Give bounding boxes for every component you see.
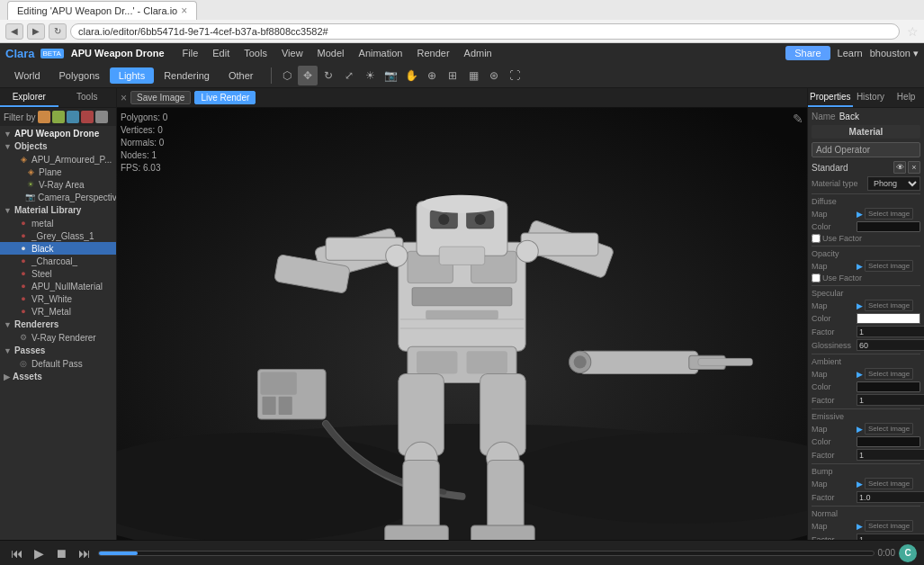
play-btn[interactable]: ▶ xyxy=(31,544,48,562)
specular-color-swatch[interactable] xyxy=(857,313,920,324)
tab-properties[interactable]: Properties xyxy=(808,88,853,107)
scale-tool-btn[interactable]: ⤢ xyxy=(339,66,359,85)
tree-item-charcoal[interactable]: ● _Charcoal_ xyxy=(0,255,116,267)
opacity-map-arrow[interactable]: ▶ xyxy=(857,262,863,271)
tree-section-objects[interactable]: ▼ Objects xyxy=(0,139,116,153)
tree-item-apu[interactable]: ◈ APU_Armoured_P... xyxy=(0,153,116,166)
light-tool-btn[interactable]: ☀ xyxy=(360,66,380,85)
bookmark-icon[interactable]: ☆ xyxy=(907,24,919,39)
emissive-factor-input[interactable] xyxy=(857,449,924,461)
tree-section-materials[interactable]: ▼ Material Library xyxy=(0,203,116,217)
tree-item-camera[interactable]: 📷 Camera_Perspectiv... xyxy=(0,191,116,203)
tab-tools[interactable]: Tools xyxy=(58,88,117,107)
normal-map-arrow[interactable]: ▶ xyxy=(857,522,863,531)
material-close-btn[interactable]: × xyxy=(908,161,920,174)
menu-tools[interactable]: Tools xyxy=(237,46,274,60)
specular-map-arrow[interactable]: ▶ xyxy=(857,301,863,310)
tree-item-plane[interactable]: ◈ Plane xyxy=(0,166,116,178)
tree-item-metal[interactable]: ● metal xyxy=(0,217,116,229)
live-render-btn[interactable]: Live Render xyxy=(194,91,256,104)
use-factor-checkbox[interactable] xyxy=(812,234,821,243)
specular-select-image-btn[interactable]: Select image xyxy=(865,300,913,311)
filter-mesh-icon[interactable] xyxy=(38,111,50,123)
axis-tool-btn[interactable]: ⊛ xyxy=(484,66,504,85)
tree-item-vr-metal[interactable]: ● VR_Metal xyxy=(0,305,116,318)
menu-edit[interactable]: Edit xyxy=(205,46,237,60)
opacity-use-factor-checkbox[interactable] xyxy=(812,274,821,282)
forward-btn[interactable]: ⏭ xyxy=(75,544,94,562)
browser-tab[interactable]: Editing 'APU Weapon Dr...' - Clara.io × xyxy=(7,1,197,20)
share-button[interactable]: Share xyxy=(785,46,830,60)
filter-mat-icon[interactable] xyxy=(81,111,94,123)
ambient-select-image-btn[interactable]: Select image xyxy=(865,368,913,380)
snap-tool-btn[interactable]: ⊞ xyxy=(443,66,462,85)
diffuse-map-arrow[interactable]: ▶ xyxy=(857,210,863,219)
diffuse-color-swatch[interactable] xyxy=(857,221,920,232)
tree-item-apu-null[interactable]: ● APU_NullMaterial xyxy=(0,280,116,292)
menu-animation[interactable]: Animation xyxy=(352,46,410,60)
opacity-select-image-btn[interactable]: Select image xyxy=(865,260,913,272)
filter-light-icon[interactable] xyxy=(52,111,65,123)
bump-select-image-btn[interactable]: Select image xyxy=(865,478,913,489)
tree-item-vray-area[interactable]: ☀ V-Ray Area xyxy=(0,178,116,191)
tree-section-renderers[interactable]: ▼ Renderers xyxy=(0,318,116,331)
rotate-tool-btn[interactable]: ↻ xyxy=(318,66,338,85)
move-tool-btn[interactable]: ✥ xyxy=(298,66,318,85)
material-eye-btn[interactable]: 👁 xyxy=(893,161,906,174)
menu-render[interactable]: Render xyxy=(409,46,456,60)
viewport-close-btn[interactable]: × xyxy=(121,92,127,104)
menu-file[interactable]: File xyxy=(175,46,206,60)
tab-close-btn[interactable]: × xyxy=(181,4,187,17)
filter-other-icon[interactable] xyxy=(95,111,108,123)
viewport-edit-btn[interactable]: ✎ xyxy=(793,112,803,126)
tree-item-default-pass[interactable]: ◎ Default Pass xyxy=(0,357,116,370)
timeline[interactable] xyxy=(98,551,875,556)
normal-select-image-btn[interactable]: Select image xyxy=(865,520,913,532)
tree-root[interactable]: ▼ APU Weapon Drone xyxy=(0,128,116,139)
tab-help[interactable]: Help xyxy=(888,88,924,107)
tab-explorer[interactable]: Explorer xyxy=(0,88,58,107)
back-btn[interactable]: ◀ xyxy=(5,23,23,40)
select-tool-btn[interactable]: ⬡ xyxy=(277,66,297,85)
camera-tool-btn[interactable]: 📷 xyxy=(381,66,400,85)
hand-tool-btn[interactable]: ✋ xyxy=(401,66,421,85)
tab-other[interactable]: Other xyxy=(220,67,263,84)
tree-section-passes[interactable]: ▼ Passes xyxy=(0,344,116,357)
tab-polygons[interactable]: Polygons xyxy=(50,67,109,84)
emissive-map-arrow[interactable]: ▶ xyxy=(857,425,863,434)
user-menu[interactable]: bhouston ▾ xyxy=(870,48,919,59)
filter-cam-icon[interactable] xyxy=(67,111,79,123)
glossiness-input[interactable] xyxy=(857,339,924,351)
menu-model[interactable]: Model xyxy=(310,46,352,60)
forward-btn[interactable]: ▶ xyxy=(27,23,45,40)
bump-factor-input[interactable] xyxy=(857,491,924,503)
tree-item-steel[interactable]: ● Steel xyxy=(0,267,116,280)
ambient-color-swatch[interactable] xyxy=(857,381,920,392)
save-image-btn[interactable]: Save Image xyxy=(130,91,191,104)
tree-section-assets[interactable]: ▶ Assets xyxy=(0,370,116,383)
bump-map-arrow[interactable]: ▶ xyxy=(857,480,863,489)
diffuse-select-image-btn[interactable]: Select image xyxy=(865,208,913,220)
refresh-btn[interactable]: ↻ xyxy=(49,23,67,40)
emissive-color-swatch[interactable] xyxy=(857,436,920,447)
tree-item-black[interactable]: ● Black xyxy=(0,242,116,255)
rewind-btn[interactable]: ⏮ xyxy=(7,544,27,562)
add-operator-btn[interactable]: Add Operator xyxy=(812,142,920,157)
material-type-select[interactable]: Phong xyxy=(867,176,920,191)
tab-history[interactable]: History xyxy=(853,88,889,107)
tab-world[interactable]: World xyxy=(5,67,49,84)
grid-tool-btn[interactable]: ▦ xyxy=(463,66,483,85)
menu-admin[interactable]: Admin xyxy=(457,46,499,60)
tree-item-vray-renderer[interactable]: ⚙ V-Ray Renderer xyxy=(0,331,116,344)
ambient-map-arrow[interactable]: ▶ xyxy=(857,370,863,379)
viewport-canvas[interactable]: Polygons: 0 Vertices: 0 Normals: 0 Nodes… xyxy=(117,108,807,540)
learn-button[interactable]: Learn xyxy=(838,48,863,58)
specular-factor-input[interactable] xyxy=(857,326,924,337)
emissive-select-image-btn[interactable]: Select image xyxy=(865,423,913,435)
normal-factor-input[interactable] xyxy=(857,534,924,540)
target-tool-btn[interactable]: ⊕ xyxy=(422,66,442,85)
tree-item-grey-glass[interactable]: ● _Grey_Glass_1 xyxy=(0,229,116,242)
stop-btn[interactable]: ⏹ xyxy=(51,544,71,562)
menu-view[interactable]: View xyxy=(274,46,310,60)
address-bar[interactable] xyxy=(70,23,900,40)
